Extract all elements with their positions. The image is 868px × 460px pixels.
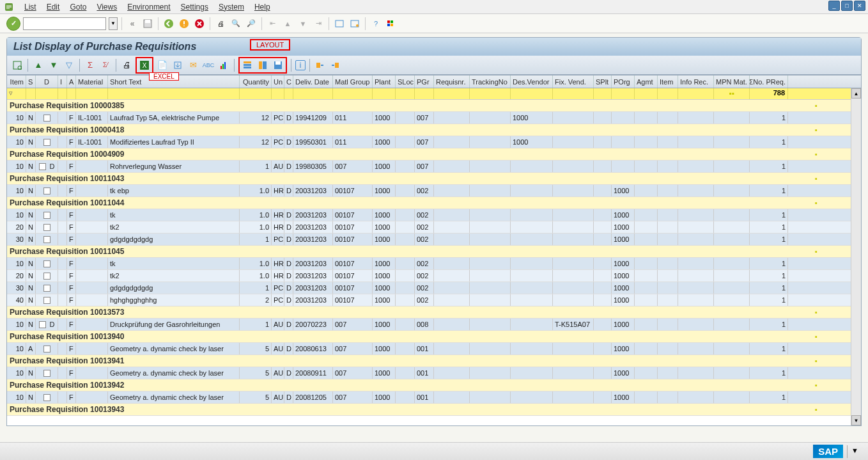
- mail-icon[interactable]: ✉: [187, 59, 199, 72]
- menu-environment[interactable]: Environment: [122, 1, 175, 13]
- exit-button[interactable]: [178, 17, 190, 30]
- column-header[interactable]: MPN Mat.: [714, 75, 750, 88]
- column-header[interactable]: Fix. Vend.: [553, 75, 594, 88]
- command-field[interactable]: [23, 17, 106, 30]
- column-header[interactable]: A: [67, 75, 76, 88]
- table-row[interactable]: 20NFtk21.0HRD2003120300107100000210001: [7, 270, 861, 282]
- filter-icon[interactable]: ▽: [63, 59, 75, 72]
- column-header[interactable]: Des.Vendor: [511, 75, 553, 88]
- table-row[interactable]: 10NFtk ebp1.0HRD200312030010710000021000…: [7, 185, 861, 197]
- last-page-icon[interactable]: ⇥: [312, 17, 325, 30]
- abc-icon[interactable]: ABC: [202, 59, 215, 72]
- menu-icon[interactable]: [3, 1, 15, 13]
- details-icon[interactable]: [11, 59, 24, 72]
- column-header[interactable]: ΣNo. PReq.: [750, 75, 788, 88]
- checkbox[interactable]: [39, 163, 46, 170]
- print-preview-icon[interactable]: 🖨: [120, 59, 133, 72]
- footer-dropdown-icon[interactable]: ▼: [851, 447, 862, 457]
- checkbox[interactable]: [43, 139, 50, 146]
- next-page-icon[interactable]: ▼: [297, 17, 309, 30]
- column-header[interactable]: SPlt: [594, 75, 612, 88]
- column-header[interactable]: PGr: [415, 75, 434, 88]
- save-icon[interactable]: [141, 17, 154, 30]
- column-header[interactable]: Item: [7, 75, 26, 88]
- back-icon[interactable]: «: [126, 17, 139, 30]
- info-icon[interactable]: i: [295, 60, 306, 70]
- checkbox[interactable]: [39, 321, 46, 328]
- menu-help[interactable]: Help: [249, 1, 275, 13]
- checkbox[interactable]: [43, 394, 50, 401]
- group-header-row[interactable]: Purchase Requisition 10013573▪1: [7, 306, 861, 319]
- column-header[interactable]: Agmt: [635, 75, 658, 88]
- checkbox[interactable]: [43, 115, 50, 122]
- print-icon[interactable]: 🖨: [214, 17, 227, 30]
- group-header-row[interactable]: Purchase Requisition 10000385▪1: [7, 100, 861, 112]
- first-page-icon[interactable]: ⇤: [266, 17, 279, 30]
- table-row[interactable]: 40NFhghghgghghhg2PCD20031203001071000002…: [7, 294, 861, 306]
- menu-goto[interactable]: Goto: [65, 1, 91, 13]
- scroll-up-icon[interactable]: ▲: [851, 88, 861, 99]
- find-next-icon[interactable]: 🔎: [245, 17, 258, 30]
- column-header[interactable]: Requisnr.: [434, 75, 470, 88]
- table-row[interactable]: 20NFtk21.0HRD2003120300107100000210001: [7, 221, 861, 234]
- column-header[interactable]: POrg: [612, 75, 635, 88]
- subtotal-icon[interactable]: Σ⁄: [99, 59, 112, 72]
- table-row[interactable]: 10NFtk1.0HRD2003120300107100000210001: [7, 209, 861, 221]
- group-header-row[interactable]: Purchase Requisition 10011043▪1: [7, 173, 861, 185]
- checkbox[interactable]: [43, 345, 50, 353]
- local-file-icon[interactable]: [171, 59, 184, 72]
- word-processing-icon[interactable]: 📄: [156, 59, 169, 72]
- column-header[interactable]: Item: [658, 75, 678, 88]
- filter-indicator-icon[interactable]: ▿: [9, 89, 13, 97]
- table-row[interactable]: 10NFIL-1001Laufrad Typ 5A, elektrische P…: [7, 112, 861, 124]
- column-header[interactable]: Plant: [373, 75, 396, 88]
- sort-asc-icon[interactable]: ▲: [32, 59, 45, 72]
- assignments-icon[interactable]: [329, 59, 342, 72]
- enter-icon[interactable]: ✓: [6, 17, 20, 31]
- menu-settings[interactable]: Settings: [176, 1, 213, 13]
- checkbox[interactable]: [43, 260, 50, 267]
- column-header[interactable]: Quantity: [240, 75, 272, 88]
- table-row[interactable]: 30NFgdgdgdgdgdg1PCD200312030010710000021…: [7, 234, 861, 246]
- group-header-row[interactable]: Purchase Requisition 10011045▪4: [7, 246, 861, 258]
- checkbox[interactable]: [43, 212, 50, 219]
- minimize-button[interactable]: _: [828, 1, 840, 11]
- column-header[interactable]: D: [36, 75, 58, 88]
- chart-icon[interactable]: [217, 59, 230, 72]
- cancel-button[interactable]: [193, 17, 206, 30]
- table-row[interactable]: 10N DFRohrverlegung Wasser1AUD1998030500…: [7, 161, 861, 173]
- new-session-icon[interactable]: [333, 17, 346, 30]
- column-header[interactable]: C: [284, 75, 293, 88]
- checkbox[interactable]: [43, 187, 50, 194]
- group-header-row[interactable]: Purchase Requisition 10013942▪1: [7, 379, 861, 392]
- column-header[interactable]: Un: [272, 75, 284, 88]
- table-row[interactable]: 10AFGeometry a. dynamic check by laser5A…: [7, 343, 861, 355]
- table-row[interactable]: 10NFGeometry a. dynamic check by laser5A…: [7, 367, 861, 379]
- menu-list[interactable]: List: [19, 1, 42, 13]
- table-row[interactable]: 30NFgdgdgdgdgdg1PCD200312030010710000021…: [7, 282, 861, 294]
- save-layout-icon[interactable]: [272, 59, 284, 72]
- find-icon[interactable]: 🔍: [229, 17, 242, 30]
- close-button[interactable]: ✕: [854, 1, 865, 11]
- column-header[interactable]: I: [58, 75, 67, 88]
- column-header[interactable]: S: [26, 75, 36, 88]
- sum-icon[interactable]: Σ: [84, 59, 97, 72]
- maximize-button[interactable]: □: [841, 1, 853, 11]
- vertical-scrollbar[interactable]: ▲ ▼: [851, 88, 861, 425]
- help-icon[interactable]: ?: [369, 17, 382, 30]
- menu-edit[interactable]: Edit: [42, 1, 65, 13]
- group-header-row[interactable]: Purchase Requisition 10000418▪1: [7, 124, 861, 136]
- group-header-row[interactable]: Purchase Requisition 10011044▪3: [7, 197, 861, 209]
- assign-icon[interactable]: [314, 59, 327, 72]
- menu-views[interactable]: Views: [91, 1, 122, 13]
- column-header[interactable]: Matl Group: [333, 75, 373, 88]
- export-excel-icon[interactable]: X: [138, 59, 151, 72]
- group-header-row[interactable]: Purchase Requisition 10004909▪1: [7, 148, 861, 161]
- column-header[interactable]: TrackingNo: [470, 75, 511, 88]
- checkbox[interactable]: [43, 370, 50, 377]
- sort-desc-icon[interactable]: ▼: [47, 59, 60, 72]
- back-button[interactable]: [162, 17, 175, 30]
- menu-system[interactable]: System: [213, 1, 249, 13]
- column-header[interactable]: Deliv. Date: [293, 75, 333, 88]
- column-header[interactable]: Info Rec.: [678, 75, 714, 88]
